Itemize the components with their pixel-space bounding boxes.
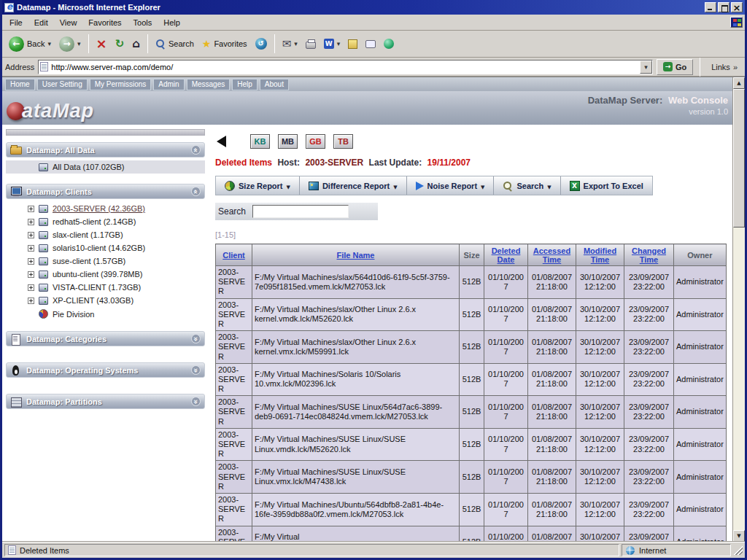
- sidebar-item[interactable]: All Data (107.02GB): [6, 160, 205, 174]
- collapse-chevron-icon[interactable]: [191, 187, 201, 196]
- column-header[interactable]: Owner: [674, 244, 727, 266]
- sidebar-item-label[interactable]: solaris10-client (14.62GB): [53, 244, 145, 252]
- notes-button[interactable]: [344, 32, 361, 55]
- close-button[interactable]: [731, 2, 743, 12]
- action-button[interactable]: Search: [494, 176, 560, 195]
- action-button[interactable]: Noise Report: [407, 176, 495, 195]
- sidebar-section-header[interactable]: Datamap: Partitions: [6, 394, 205, 409]
- sidebar-item-label[interactable]: redhat5-client (2.14GB): [53, 217, 136, 226]
- address-input[interactable]: [48, 63, 640, 71]
- sidebar-item[interactable]: suse-client (1.57GB): [6, 254, 205, 268]
- column-header[interactable]: File Name: [252, 244, 460, 266]
- sidebar-item[interactable]: slax-client (1.17GB): [6, 228, 205, 241]
- minimize-button[interactable]: [705, 2, 716, 12]
- sidebar-item-label[interactable]: ubuntu-client (399.78MB): [53, 270, 143, 279]
- menu-item[interactable]: Edit: [28, 15, 54, 30]
- collapse-chevron-icon[interactable]: [191, 334, 201, 343]
- edit-dropdown-icon[interactable]: [337, 40, 341, 47]
- scroll-down-button[interactable]: [733, 530, 745, 542]
- expand-plus-icon[interactable]: [28, 206, 34, 212]
- sidebar-item[interactable]: redhat5-client (2.14GB): [6, 215, 205, 228]
- sidebar-item[interactable]: 2003-SERVER (42.36GB): [6, 202, 205, 215]
- table-row[interactable]: 2003-SERVER F:/My Virtual Machines/slax/…: [216, 266, 727, 299]
- menu-item[interactable]: Favorites: [82, 15, 127, 30]
- table-row[interactable]: 2003-SERVER F:/My Virtual Machines/SUSE …: [216, 461, 727, 494]
- sidebar-item-label[interactable]: VISTA-CLIENT (1.73GB): [53, 283, 141, 292]
- stop-button[interactable]: [93, 32, 111, 55]
- resize-grip[interactable]: [733, 545, 743, 555]
- go-button[interactable]: Go: [657, 59, 693, 75]
- expand-plus-icon[interactable]: [28, 245, 34, 252]
- sidebar-item[interactable]: VISTA-CLIENT (1.73GB): [6, 281, 205, 294]
- column-header[interactable]: Size: [460, 244, 484, 266]
- table-row[interactable]: 2003-SERVER F:/My Virtual Machines/Ubunt…: [216, 493, 727, 526]
- print-button[interactable]: [302, 32, 320, 55]
- nav-tab[interactable]: Help: [232, 79, 258, 90]
- nav-tab[interactable]: About: [260, 79, 289, 90]
- column-header[interactable]: Accessed Time: [528, 244, 576, 266]
- links-button[interactable]: Links: [707, 63, 742, 71]
- sidebar-item-label[interactable]: 2003-SERVER (42.36GB): [53, 204, 145, 213]
- messenger-button[interactable]: [380, 32, 398, 55]
- mail-dropdown-icon[interactable]: [294, 40, 298, 47]
- column-header[interactable]: Changed Time: [624, 244, 674, 266]
- table-row[interactable]: 2003-SERVER F:/My Virtual Machines/slax/…: [216, 298, 727, 331]
- table-row[interactable]: 2003-SERVER F:/My Virtual Machines/SUSE …: [216, 396, 727, 429]
- unit-button[interactable]: GB: [306, 134, 325, 149]
- home-button[interactable]: [128, 32, 144, 55]
- menu-item[interactable]: File: [4, 15, 28, 30]
- expand-plus-icon[interactable]: [28, 284, 34, 291]
- scroll-thumb[interactable]: [733, 89, 745, 228]
- nav-tab[interactable]: My Permissions: [90, 79, 152, 90]
- menu-item[interactable]: Tools: [128, 15, 158, 30]
- collapse-chevron-icon[interactable]: [191, 397, 201, 406]
- content-search-input[interactable]: [252, 205, 349, 218]
- expand-plus-icon[interactable]: [28, 219, 34, 225]
- table-row[interactable]: 2003-SERVER F:/My Virtual Machines/Ubunt…: [216, 526, 727, 542]
- back-dropdown-icon[interactable]: [47, 40, 51, 47]
- refresh-button[interactable]: [112, 32, 128, 55]
- favorites-button[interactable]: Favorites: [198, 32, 251, 55]
- sidebar-section-header[interactable]: Datamap: Categories: [6, 331, 205, 346]
- nav-tab[interactable]: Messages: [187, 79, 231, 90]
- back-button[interactable]: Back: [5, 32, 55, 55]
- column-header[interactable]: Modified Time: [576, 244, 624, 266]
- sidebar-item-label[interactable]: XP-CLIENT (43.03GB): [53, 296, 133, 305]
- expand-plus-icon[interactable]: [28, 232, 34, 238]
- table-row[interactable]: 2003-SERVER F:/My Virtual Machines/slax/…: [216, 331, 727, 364]
- sidebar-section-header[interactable]: Datamap: Clients: [6, 184, 205, 199]
- collapse-chevron-icon[interactable]: [191, 365, 201, 375]
- sidebar-item-label[interactable]: Pie Division: [53, 310, 94, 319]
- action-button[interactable]: Size Report: [216, 176, 300, 195]
- expand-plus-icon[interactable]: [28, 298, 34, 304]
- mail-button[interactable]: [279, 32, 301, 55]
- table-row[interactable]: 2003-SERVER F:/My Virtual Machines/Solar…: [216, 363, 727, 396]
- sidebar-item-label[interactable]: slax-client (1.17GB): [53, 230, 123, 239]
- history-button[interactable]: [252, 32, 271, 55]
- sidebar-item[interactable]: XP-CLIENT (43.03GB): [6, 294, 205, 307]
- expand-plus-icon[interactable]: [28, 258, 34, 265]
- edit-word-button[interactable]: [320, 32, 344, 55]
- sidebar-item-label[interactable]: suse-client (1.57GB): [53, 257, 125, 265]
- forward-dropdown-icon[interactable]: [77, 40, 81, 47]
- unit-button[interactable]: MB: [278, 134, 298, 149]
- nav-tab[interactable]: Home: [5, 79, 35, 90]
- content-back-icon[interactable]: [217, 136, 226, 147]
- vertical-scrollbar[interactable]: [732, 77, 745, 542]
- action-button[interactable]: Difference Report: [300, 176, 407, 195]
- expand-plus-icon[interactable]: [28, 271, 34, 278]
- forward-button[interactable]: [55, 32, 85, 55]
- sidebar-item[interactable]: solaris10-client (14.62GB): [6, 241, 205, 254]
- scroll-up-button[interactable]: [733, 77, 745, 89]
- collapse-chevron-icon[interactable]: [191, 145, 201, 155]
- nav-tab[interactable]: Admin: [153, 79, 184, 90]
- restore-button[interactable]: [718, 2, 729, 12]
- column-header[interactable]: Deleted Date: [484, 244, 528, 266]
- sidebar-item-label[interactable]: All Data (107.02GB): [53, 163, 124, 171]
- column-header[interactable]: Client: [216, 244, 252, 266]
- address-dropdown-button[interactable]: [640, 61, 652, 74]
- address-field[interactable]: [38, 60, 653, 74]
- search-button[interactable]: Search: [152, 32, 198, 55]
- sidebar-section-header[interactable]: Datamap: Operating Systems: [6, 362, 205, 378]
- menu-item[interactable]: View: [54, 15, 83, 30]
